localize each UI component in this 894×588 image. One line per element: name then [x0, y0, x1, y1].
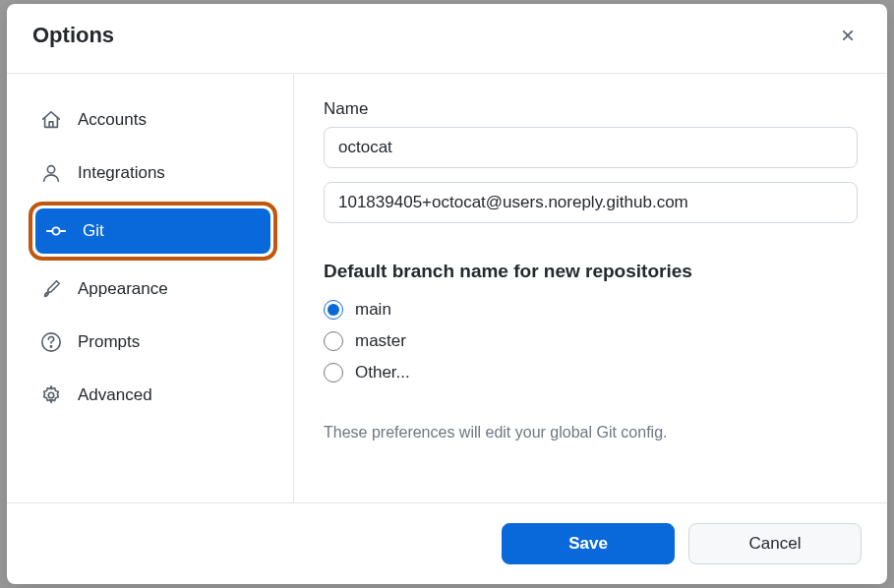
- branch-option-main[interactable]: main: [324, 300, 858, 320]
- email-input[interactable]: [324, 182, 858, 223]
- modal-footer: Save Cancel: [7, 502, 887, 584]
- sidebar-item-label: Git: [83, 221, 104, 241]
- svg-point-1: [52, 227, 59, 234]
- sidebar: Accounts Integrations Git: [7, 74, 294, 502]
- branch-option-other[interactable]: Other...: [324, 363, 858, 382]
- highlight-box: Git: [29, 202, 277, 261]
- branch-radio-other[interactable]: [324, 363, 343, 382]
- modal-title: Options: [32, 23, 114, 48]
- sidebar-item-label: Appearance: [78, 279, 168, 299]
- close-icon: [839, 27, 857, 44]
- sidebar-item-prompts[interactable]: Prompts: [30, 320, 275, 365]
- branch-option-label: master: [355, 331, 406, 351]
- branch-radio-group: main master Other...: [324, 300, 858, 382]
- branch-option-label: main: [355, 300, 391, 320]
- question-circle-icon: [40, 331, 62, 353]
- branch-option-master[interactable]: master: [324, 331, 858, 351]
- gear-icon: [40, 384, 62, 406]
- default-branch-heading: Default branch name for new repositories: [324, 261, 858, 282]
- sidebar-item-integrations[interactable]: Integrations: [30, 150, 275, 196]
- name-label: Name: [324, 99, 858, 119]
- branch-radio-main[interactable]: [324, 300, 343, 320]
- svg-point-6: [48, 392, 54, 398]
- branch-option-label: Other...: [355, 363, 410, 382]
- paintbrush-icon: [40, 278, 62, 300]
- modal-header: Options: [7, 4, 887, 74]
- close-button[interactable]: [834, 22, 862, 49]
- git-commit-icon: [45, 220, 67, 242]
- svg-point-0: [47, 166, 54, 173]
- svg-point-5: [50, 346, 51, 347]
- save-button[interactable]: Save: [502, 523, 675, 564]
- config-hint: These preferences will edit your global …: [324, 424, 858, 441]
- sidebar-item-label: Integrations: [78, 163, 165, 183]
- sidebar-item-label: Advanced: [78, 385, 152, 405]
- name-input[interactable]: [324, 127, 858, 168]
- sidebar-item-appearance[interactable]: Appearance: [30, 266, 275, 312]
- modal-body: Accounts Integrations Git: [7, 74, 887, 502]
- sidebar-item-accounts[interactable]: Accounts: [30, 97, 275, 143]
- options-modal: Options Accounts Integrations: [7, 4, 887, 584]
- sidebar-item-label: Prompts: [78, 332, 140, 352]
- person-icon: [40, 162, 62, 184]
- cancel-button[interactable]: Cancel: [688, 523, 862, 564]
- branch-radio-master[interactable]: [324, 331, 343, 351]
- home-icon: [40, 109, 62, 131]
- content-panel: Name Default branch name for new reposit…: [294, 74, 887, 502]
- sidebar-item-advanced[interactable]: Advanced: [30, 373, 275, 418]
- sidebar-item-git[interactable]: Git: [35, 208, 270, 254]
- sidebar-item-label: Accounts: [78, 110, 147, 130]
